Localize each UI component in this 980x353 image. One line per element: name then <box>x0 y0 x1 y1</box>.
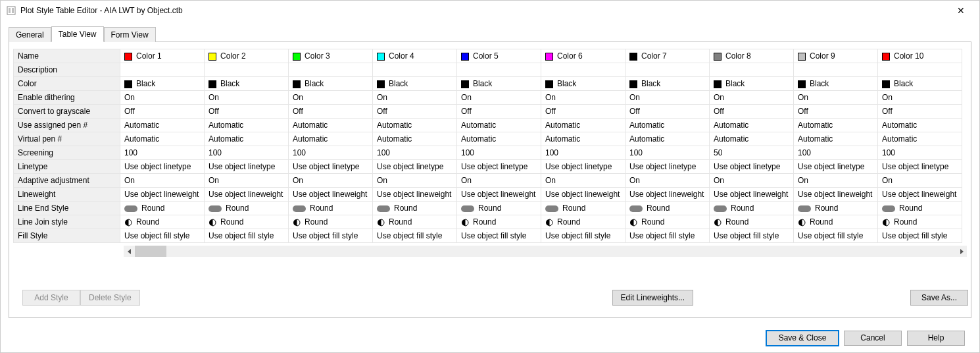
cell-linetype[interactable]: Use object linetype <box>457 160 541 174</box>
cell-description[interactable] <box>373 63 457 77</box>
cell-color[interactable]: Black <box>373 77 457 91</box>
cell-screening[interactable]: 100 <box>794 146 878 160</box>
cell-end-style[interactable]: Round <box>120 202 205 215</box>
cell-end-style[interactable]: Round <box>878 202 962 215</box>
save-close-button[interactable]: Save & Close <box>766 331 839 346</box>
cell-screening[interactable]: 100 <box>120 146 205 160</box>
cell-screening[interactable]: 100 <box>457 146 541 160</box>
plot-style-grid[interactable]: NameColor 1Color 2Color 3Color 4Color 5C… <box>13 49 971 243</box>
cell-description[interactable] <box>457 63 541 77</box>
cell-name[interactable]: Color 6 <box>541 49 625 63</box>
cell-lineweight[interactable]: Use object lineweight <box>120 188 205 202</box>
cell-fill-style[interactable]: Use object fill style <box>541 229 625 243</box>
scroll-track[interactable] <box>135 246 956 257</box>
cell-join-style[interactable]: Round <box>625 215 710 229</box>
cell-linetype[interactable]: Use object linetype <box>710 160 794 174</box>
cell-name[interactable]: Color 4 <box>373 49 457 63</box>
cell-name[interactable]: Color 8 <box>710 49 794 63</box>
cell-join-style[interactable]: Round <box>878 215 962 229</box>
cell-dithering[interactable]: On <box>205 91 289 105</box>
cell-join-style[interactable]: Round <box>120 215 205 229</box>
scroll-right-icon[interactable] <box>956 246 967 257</box>
cell-linetype[interactable]: Use object linetype <box>625 160 710 174</box>
cell-color[interactable]: Black <box>541 77 625 91</box>
cancel-button[interactable]: Cancel <box>844 331 902 346</box>
cell-linetype[interactable]: Use object linetype <box>794 160 878 174</box>
cell-grayscale[interactable]: Off <box>373 105 457 119</box>
cell-end-style[interactable]: Round <box>205 202 289 215</box>
cell-lineweight[interactable]: Use object lineweight <box>457 188 541 202</box>
save-as-button[interactable]: Save As... <box>910 290 968 306</box>
cell-assigned-pen[interactable]: Automatic <box>373 119 457 132</box>
cell-screening[interactable]: 100 <box>373 146 457 160</box>
cell-name[interactable]: Color 5 <box>457 49 541 63</box>
cell-assigned-pen[interactable]: Automatic <box>625 119 710 132</box>
cell-end-style[interactable]: Round <box>794 202 878 215</box>
cell-dithering[interactable]: On <box>794 91 878 105</box>
cell-assigned-pen[interactable]: Automatic <box>205 119 289 132</box>
edit-lineweights-button[interactable]: Edit Lineweights... <box>612 290 693 306</box>
cell-lineweight[interactable]: Use object lineweight <box>625 188 710 202</box>
cell-fill-style[interactable]: Use object fill style <box>120 229 205 243</box>
cell-virtual-pen[interactable]: Automatic <box>289 132 373 146</box>
tab-table-view[interactable]: Table View <box>51 26 104 42</box>
cell-description[interactable] <box>120 63 205 77</box>
cell-fill-style[interactable]: Use object fill style <box>710 229 794 243</box>
cell-end-style[interactable]: Round <box>625 202 710 215</box>
cell-lineweight[interactable]: Use object lineweight <box>710 188 794 202</box>
cell-name[interactable]: Color 7 <box>625 49 710 63</box>
cell-end-style[interactable]: Round <box>457 202 541 215</box>
cell-color[interactable]: Black <box>625 77 710 91</box>
scroll-thumb[interactable] <box>135 246 166 257</box>
scroll-left-icon[interactable] <box>124 246 135 257</box>
cell-virtual-pen[interactable]: Automatic <box>878 132 962 146</box>
cell-grayscale[interactable]: Off <box>625 105 710 119</box>
cell-name[interactable]: Color 3 <box>289 49 373 63</box>
cell-lineweight[interactable]: Use object lineweight <box>878 188 962 202</box>
cell-fill-style[interactable]: Use object fill style <box>625 229 710 243</box>
cell-adaptive[interactable]: On <box>205 174 289 188</box>
cell-linetype[interactable]: Use object linetype <box>373 160 457 174</box>
cell-lineweight[interactable]: Use object lineweight <box>541 188 625 202</box>
cell-end-style[interactable]: Round <box>289 202 373 215</box>
cell-adaptive[interactable]: On <box>120 174 205 188</box>
cell-end-style[interactable]: Round <box>373 202 457 215</box>
cell-virtual-pen[interactable]: Automatic <box>541 132 625 146</box>
cell-fill-style[interactable]: Use object fill style <box>457 229 541 243</box>
cell-dithering[interactable]: On <box>710 91 794 105</box>
cell-assigned-pen[interactable]: Automatic <box>289 119 373 132</box>
cell-description[interactable] <box>625 63 710 77</box>
cell-end-style[interactable]: Round <box>541 202 625 215</box>
cell-grayscale[interactable]: Off <box>794 105 878 119</box>
cell-grayscale[interactable]: Off <box>120 105 205 119</box>
cell-lineweight[interactable]: Use object lineweight <box>373 188 457 202</box>
cell-color[interactable]: Black <box>120 77 205 91</box>
cell-fill-style[interactable]: Use object fill style <box>878 229 962 243</box>
cell-grayscale[interactable]: Off <box>205 105 289 119</box>
horizontal-scrollbar[interactable] <box>124 246 967 257</box>
help-button[interactable]: Help <box>907 331 965 346</box>
cell-dithering[interactable]: On <box>120 91 205 105</box>
cell-description[interactable] <box>794 63 878 77</box>
cell-description[interactable] <box>289 63 373 77</box>
cell-lineweight[interactable]: Use object lineweight <box>205 188 289 202</box>
cell-dithering[interactable]: On <box>625 91 710 105</box>
cell-linetype[interactable]: Use object linetype <box>120 160 205 174</box>
cell-assigned-pen[interactable]: Automatic <box>457 119 541 132</box>
cell-virtual-pen[interactable]: Automatic <box>373 132 457 146</box>
cell-color[interactable]: Black <box>205 77 289 91</box>
cell-linetype[interactable]: Use object linetype <box>878 160 962 174</box>
cell-assigned-pen[interactable]: Automatic <box>710 119 794 132</box>
cell-screening[interactable]: 100 <box>625 146 710 160</box>
cell-join-style[interactable]: Round <box>457 215 541 229</box>
cell-fill-style[interactable]: Use object fill style <box>205 229 289 243</box>
cell-grayscale[interactable]: Off <box>289 105 373 119</box>
cell-adaptive[interactable]: On <box>373 174 457 188</box>
cell-virtual-pen[interactable]: Automatic <box>120 132 205 146</box>
cell-adaptive[interactable]: On <box>878 174 962 188</box>
cell-name[interactable]: Color 2 <box>205 49 289 63</box>
cell-screening[interactable]: 100 <box>878 146 962 160</box>
cell-fill-style[interactable]: Use object fill style <box>794 229 878 243</box>
cell-grayscale[interactable]: Off <box>541 105 625 119</box>
cell-color[interactable]: Black <box>457 77 541 91</box>
